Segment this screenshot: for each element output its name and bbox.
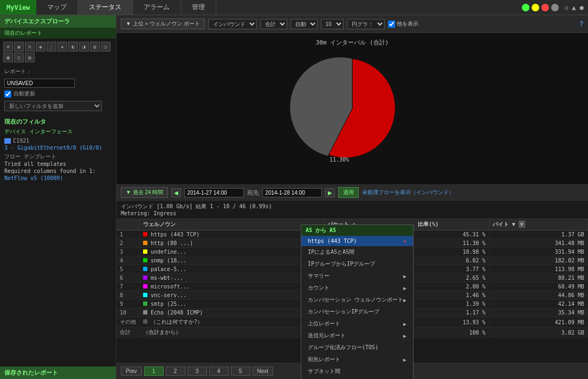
context-item-conversation-well[interactable]: カンバセーション ウェルノウンポート ▶ (301, 294, 413, 306)
next-btn[interactable]: Next (253, 367, 274, 376)
row-name[interactable]: （これは何ですか?） (140, 317, 306, 327)
col-ratio[interactable]: 比率(%) (415, 219, 489, 230)
nav-right: ◁ ▲ ● (518, 0, 588, 15)
row-num: 8 (117, 291, 140, 300)
nav-tab-alarm[interactable]: アラーム (133, 0, 181, 15)
icon-10[interactable]: ◫ (101, 42, 111, 52)
icon-11[interactable]: ▦ (3, 53, 13, 62)
filter-dropdown[interactable]: 新しいフィルタを追加 (4, 101, 102, 111)
auto-update-checkbox[interactable] (4, 91, 11, 98)
row-ratio: 10.98 % (415, 248, 489, 256)
help-icon[interactable]: ? (579, 20, 584, 28)
nav-tab-status[interactable]: ステータス (78, 0, 133, 15)
content-area: ▼ 上位 » ウェルノウン ポート インバウンド 合計 自動 10 円グラ： 他… (117, 15, 588, 379)
device-interface-link[interactable]: 3 - GigabitEthernet0/0 (Gi0/0) (4, 145, 102, 151)
page-5-btn[interactable]: 5 (231, 367, 250, 376)
time-to-input[interactable] (262, 188, 322, 197)
nav-tab-manage[interactable]: 管理 (181, 0, 216, 15)
context-item-grouped-flow[interactable]: グループ化済みフロー(TOS) (301, 342, 413, 354)
icon-5[interactable]: ⋮ (47, 42, 56, 52)
row-num: 2 (117, 239, 140, 248)
page-3-btn[interactable]: 3 (188, 367, 207, 376)
context-item-ip-as[interactable]: IPによるASとAS間 (301, 246, 413, 258)
main-layout: デバイスエクスプローラ 現在のレポート ⊞ ▣ ⊡ ◉ ⋮ ◈ ◧ ◨ ▤ ◫ … (0, 15, 588, 379)
context-item-top-report[interactable]: 上位レポート ▶ (301, 318, 413, 330)
page-1-btn[interactable]: 1 (144, 367, 164, 376)
row-name[interactable]: microsoft... (140, 282, 306, 291)
other-checkbox[interactable] (388, 21, 395, 28)
direction-select[interactable]: インバウンド (208, 19, 257, 29)
icon-1[interactable]: ⊞ (3, 42, 13, 52)
row-num: 10 (117, 309, 140, 317)
results-info: インバウンド [1.00 Gb/s] 結果 1 - 10 / 46 (0.99s… (117, 201, 588, 219)
row-bytes: 42.14 MB (489, 300, 587, 309)
row-name[interactable]: Echo (2048 ICMP) (140, 309, 306, 317)
row-ratio: 45.31 % (415, 230, 489, 239)
icon-4[interactable]: ◉ (36, 42, 46, 52)
icon-8[interactable]: ◨ (79, 42, 89, 52)
chart-select[interactable]: 円グラ： (347, 19, 385, 29)
other-label-row: 他を表示 (388, 20, 418, 28)
row-name[interactable]: undefine... (140, 248, 306, 256)
device-explorer-title: デバイスエクスプローラ (0, 15, 116, 28)
context-item-ipgroup[interactable]: IPグループからIPグループ (301, 258, 413, 270)
filter-btn[interactable]: ▼ 上位 » ウェルノウン ポート (121, 18, 205, 29)
context-item-conversation-ip[interactable]: カンバセーションIPグループ (301, 306, 413, 318)
icon-3[interactable]: ⊡ (25, 42, 35, 52)
time-from-input[interactable] (184, 188, 244, 197)
time-next-btn[interactable]: ▶ (325, 188, 335, 197)
close-icon[interactable]: ✕ (403, 238, 406, 244)
context-item-subnet[interactable]: サブネット間 (301, 365, 413, 377)
apply-btn[interactable]: 適用 (338, 187, 359, 198)
context-item-dst-report[interactable]: 宛先レポート ▶ (301, 354, 413, 365)
row-bytes: 80.21 MB (489, 274, 587, 282)
context-selected-item[interactable]: https (443 TCP) ✕ (301, 236, 413, 246)
row-name[interactable]: vnc-serv... (140, 291, 306, 300)
report-label: レポート： (0, 66, 116, 78)
icon-9[interactable]: ▤ (90, 42, 100, 52)
icon-6[interactable]: ◈ (57, 42, 67, 52)
total-select[interactable]: 合計 (260, 19, 287, 29)
row-num: 7 (117, 282, 140, 291)
row-name[interactable]: palace-5... (140, 265, 306, 274)
row-ratio: 2.00 % (415, 282, 489, 291)
time-range-btn[interactable]: ▼ 過去 24 時間 (121, 187, 168, 198)
page-4-btn[interactable]: 4 (209, 367, 229, 376)
auto-select[interactable]: 自動 (290, 19, 318, 29)
row-name[interactable]: （合計まから） (140, 327, 306, 338)
icon-7[interactable]: ◧ (68, 42, 78, 52)
context-item-summary[interactable]: サマリー ▶ (301, 270, 413, 282)
row-name[interactable]: ms-wbt-... (140, 274, 306, 282)
context-menu-header: AS から AS (301, 225, 413, 236)
context-item-count[interactable]: カウント ▶ (301, 282, 413, 294)
col-bytes[interactable]: バイト ▼ ▼ (489, 219, 587, 230)
unprocessed-link[interactable]: 未処理フローを表示（インバウンド） (362, 189, 454, 196)
chart-area: 30m インターバル (合計) (117, 33, 588, 185)
row-num: 4 (117, 256, 140, 265)
col-wellknown[interactable]: ウェルノウン (140, 219, 306, 230)
icon-2[interactable]: ▣ (14, 42, 24, 52)
row-ratio: 1.17 % (415, 309, 489, 317)
row-ratio: 11.30 % (415, 239, 489, 248)
report-input[interactable] (4, 79, 75, 88)
time-prev-btn[interactable]: ◀ (171, 188, 181, 197)
col-num (117, 219, 140, 230)
icon-13[interactable]: ▧ (25, 53, 35, 62)
row-bytes: 35.34 MB (489, 309, 587, 317)
row-name[interactable]: https (443 TCP) (140, 230, 306, 239)
row-bytes: 113.98 MB (489, 265, 587, 274)
context-item-src-report[interactable]: 送信元レポート ▶ (301, 330, 413, 342)
nav-tab-map[interactable]: マップ (36, 0, 78, 15)
row-name[interactable]: snmp (18... (140, 256, 306, 265)
row-bytes: 1.37 GB (489, 230, 587, 239)
icon-12[interactable]: ◰ (14, 53, 24, 62)
row-name[interactable]: smtp (25... (140, 300, 306, 309)
status-icon-gray (551, 4, 559, 11)
page-2-btn[interactable]: 2 (166, 367, 185, 376)
row-bytes: 182.02 MB (489, 256, 587, 265)
flow-link[interactable]: NetFlow v5 (10000) (0, 175, 116, 182)
row-num: その他 (117, 317, 140, 327)
num-select[interactable]: 10 (321, 19, 344, 29)
row-name[interactable]: http (80 ...) (140, 239, 306, 248)
prev-btn[interactable]: Prev (121, 367, 142, 376)
